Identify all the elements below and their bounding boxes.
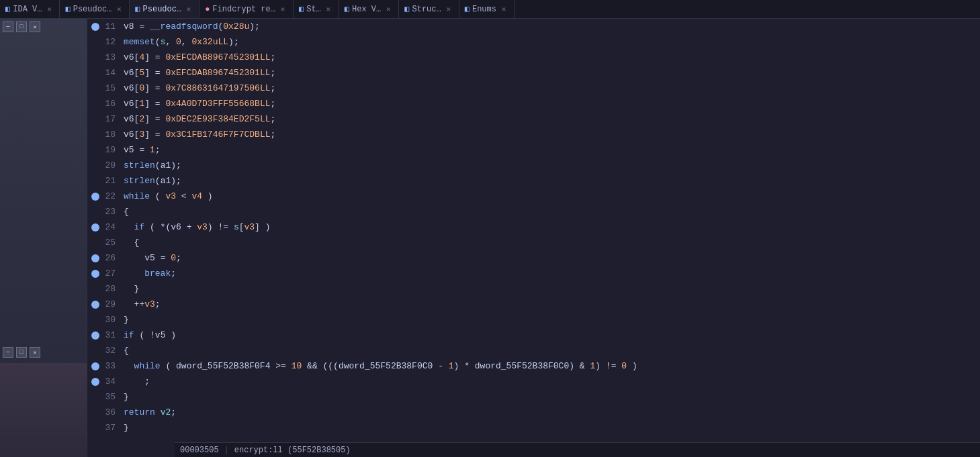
token-op: = (155, 253, 171, 263)
tab-close-ida[interactable]: ✕ (44, 5, 54, 14)
token-kw: if (124, 330, 134, 340)
code-line: 14v6[5] = 0xEFCDAB8967452301LL; (87, 65, 980, 81)
tab-close-hex[interactable]: ✕ (384, 5, 393, 14)
breakpoint-dot[interactable] (91, 332, 99, 340)
breakpoint-dot[interactable] (91, 254, 99, 262)
token-num: 1 (449, 361, 454, 371)
token-punct: ); (228, 37, 239, 47)
line-content: strlen(a1); (124, 176, 979, 186)
code-line: 20strlen(a1); (87, 158, 980, 173)
code-line: 25 { (87, 235, 980, 250)
code-line: 28 } (87, 281, 980, 297)
token-punct: ; (270, 99, 275, 109)
tab-label-struct: Struc… (412, 5, 441, 14)
breakpoint-dot[interactable] (91, 23, 99, 31)
tab-hex[interactable]: ◧Hex V…✕ (339, 0, 399, 19)
token-punct: ] = (144, 130, 165, 140)
breakpoint-dot[interactable] (91, 223, 99, 232)
win-minimize-btn[interactable]: ─ (3, 21, 13, 32)
token-op: = (134, 21, 150, 32)
token-punct: ) (627, 361, 637, 371)
line-number: 35 (102, 392, 124, 402)
line-number: 20 (102, 160, 124, 170)
token-num: 0xEFCDAB8967452301LL (165, 68, 270, 78)
line-content: ++v3; (124, 299, 979, 309)
win-restore-btn2[interactable]: □ (16, 347, 27, 358)
tab-findcrypt[interactable]: ●Findcrypt re…✕ (199, 0, 294, 19)
token-op: ) != (595, 361, 621, 371)
code-line: 34 ; (87, 374, 980, 389)
breakpoint-dot[interactable] (91, 270, 99, 278)
token-punct: ; (176, 253, 181, 263)
code-line: 16v6[1] = 0x4A0D7D3FFF55668BLL; (87, 96, 980, 111)
line-number: 33 (102, 361, 124, 371)
line-number: 12 (102, 37, 124, 47)
tab-label-enums: Enums (472, 5, 496, 14)
tab-struct[interactable]: ◧Struc…✕ (399, 0, 459, 19)
tab-pseudo2[interactable]: ◧Pseudoc…✕ (130, 0, 199, 19)
token-punct: ); (249, 21, 260, 32)
token-op: && ((( (302, 361, 339, 371)
token-punct: ; (171, 407, 176, 417)
tab-label-ida: IDA V… (13, 5, 42, 14)
token-punct: ; (270, 68, 275, 78)
line-number: 23 (102, 207, 124, 217)
tab-enums[interactable]: ◧Enums✕ (459, 0, 515, 19)
code-line: 33 while ( dword_55F52B38F0F4 >= 10 && (… (87, 358, 980, 374)
line-number: 15 (102, 83, 124, 93)
line-content: { (124, 207, 979, 217)
tab-pseudo1[interactable]: ◧Pseudoc…✕ (60, 0, 130, 19)
tab-close-enums[interactable]: ✕ (499, 5, 508, 14)
token-punct: } (124, 315, 129, 325)
tab-close-st[interactable]: ✕ (324, 5, 333, 14)
breakpoint-dot[interactable] (91, 193, 99, 201)
breakpoint-dot[interactable] (91, 301, 99, 309)
win-restore-btn[interactable]: □ (16, 21, 27, 32)
code-line: 23{ (87, 204, 980, 219)
code-line: 35} (87, 389, 980, 405)
token-var: v6 (124, 83, 134, 93)
breakpoint-dot[interactable] (91, 378, 99, 386)
line-content: } (124, 284, 979, 294)
line-number: 19 (102, 145, 124, 155)
token-var-orange: v3 (197, 222, 208, 232)
token-var-orange: v3 (165, 191, 176, 201)
token-var: dword_55F52B38F0C0 (339, 361, 433, 371)
tab-st[interactable]: ◧St…✕ (294, 0, 339, 19)
token-punct: ; (124, 376, 150, 387)
token-punct (124, 222, 134, 232)
token-op: >= (270, 361, 291, 371)
tab-close-findcrypt[interactable]: ✕ (278, 5, 287, 14)
token-punct: ] = (144, 83, 165, 93)
code-area[interactable]: 11v8 = __readfsqword(0x28u);12memset(s, … (87, 19, 980, 457)
win-minimize-btn2[interactable]: ─ (3, 347, 13, 358)
win-close-btn[interactable]: ✕ (30, 21, 40, 32)
token-num: 0xDEC2E93F384ED2F5LL (165, 114, 270, 124)
tab-close-pseudo2[interactable]: ✕ (184, 5, 193, 14)
line-content: v6[5] = 0xEFCDAB8967452301LL; (124, 68, 979, 78)
tab-ida[interactable]: ◧IDA V…✕ (0, 0, 60, 19)
token-op: < (176, 191, 191, 201)
line-number: 32 (102, 346, 124, 356)
win-close-btn2[interactable]: ✕ (30, 347, 40, 358)
line-number: 37 (102, 423, 124, 433)
line-content: while ( v3 < v4 ) (124, 191, 979, 201)
code-line: 13v6[4] = 0xEFCDAB8967452301LL; (87, 50, 980, 65)
token-punct: ) (165, 330, 176, 340)
token-punct: ; (171, 268, 176, 278)
token-num: 0x3C1FB1746F7F7CDBLL (165, 130, 270, 140)
token-op: , (165, 37, 176, 47)
tab-icon-st: ◧ (299, 4, 304, 14)
code-line: 17v6[2] = 0xDEC2E93F384ED2F5LL; (87, 111, 980, 127)
line-number: 17 (102, 114, 124, 124)
code-line: 29 ++v3; (87, 297, 980, 312)
breakpoint-dot[interactable] (91, 362, 99, 370)
line-content: v6[4] = 0xEFCDAB8967452301LL; (124, 52, 979, 62)
line-content: } (124, 392, 979, 402)
line-number: 13 (102, 52, 124, 62)
tab-close-pseudo1[interactable]: ✕ (114, 5, 124, 14)
code-line: 15v6[0] = 0x7C88631647197506LL; (87, 81, 980, 96)
tab-close-struct[interactable]: ✕ (444, 5, 453, 14)
line-number: 11 (102, 21, 124, 32)
token-kw: return (124, 407, 155, 417)
